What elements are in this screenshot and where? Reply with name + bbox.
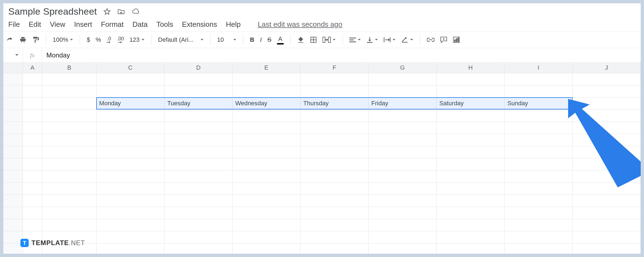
col-header-H[interactable]: H <box>437 62 505 73</box>
cell[interactable] <box>96 195 164 207</box>
col-header-F[interactable]: F <box>300 62 369 73</box>
cell[interactable] <box>96 109 164 122</box>
chart-icon[interactable] <box>450 34 463 45</box>
cell[interactable] <box>368 207 437 219</box>
row-header[interactable] <box>3 73 23 85</box>
cell[interactable] <box>573 158 641 170</box>
cell[interactable] <box>23 195 42 207</box>
col-header-D[interactable]: D <box>164 62 233 73</box>
cell[interactable] <box>504 195 573 207</box>
cell-I3[interactable]: Sunday <box>504 97 573 109</box>
row-header[interactable] <box>3 170 23 182</box>
row-header[interactable] <box>3 109 23 122</box>
cell[interactable] <box>96 182 164 195</box>
row-header[interactable] <box>3 146 23 158</box>
cell[interactable] <box>300 231 369 243</box>
cell[interactable] <box>232 170 300 182</box>
cell[interactable] <box>368 231 437 243</box>
menu-edit[interactable]: Edit <box>29 20 41 29</box>
cell[interactable] <box>232 207 300 219</box>
cell[interactable] <box>23 109 42 122</box>
cell[interactable] <box>96 146 164 158</box>
cell[interactable] <box>42 195 96 207</box>
cell[interactable] <box>23 207 42 219</box>
cell[interactable] <box>164 231 233 243</box>
cell-F3[interactable]: Thursday <box>300 97 369 109</box>
cell[interactable] <box>573 146 641 158</box>
cell[interactable] <box>164 122 233 134</box>
cell[interactable] <box>96 231 164 243</box>
cell[interactable] <box>437 170 505 182</box>
cell-E3[interactable]: Wednesday <box>232 97 300 109</box>
cell[interactable] <box>96 158 164 170</box>
formula-input[interactable]: Monday <box>42 51 70 59</box>
comment-icon[interactable] <box>437 34 450 45</box>
cell[interactable] <box>368 109 437 122</box>
cell[interactable] <box>368 73 437 85</box>
menu-format[interactable]: Format <box>101 20 124 29</box>
row-header[interactable] <box>3 207 23 219</box>
cell[interactable] <box>300 109 369 122</box>
cell[interactable] <box>42 109 96 122</box>
row-header[interactable] <box>3 122 23 134</box>
cell[interactable] <box>164 182 233 195</box>
fill-color-button[interactable] <box>294 34 307 45</box>
cell[interactable] <box>232 109 300 122</box>
cell[interactable] <box>164 134 233 146</box>
cell[interactable] <box>504 146 573 158</box>
cell[interactable] <box>42 158 96 170</box>
menu-extensions[interactable]: Extensions <box>182 20 217 29</box>
cell[interactable] <box>23 158 42 170</box>
menu-file[interactable]: File <box>8 20 20 29</box>
cell[interactable] <box>164 158 233 170</box>
cell[interactable] <box>23 97 42 109</box>
cell[interactable] <box>300 170 369 182</box>
menu-tools[interactable]: Tools <box>156 20 173 29</box>
cell[interactable] <box>232 182 300 195</box>
move-icon[interactable] <box>117 8 125 15</box>
cell[interactable] <box>573 97 641 109</box>
cell[interactable] <box>504 170 573 182</box>
cell[interactable] <box>437 73 505 85</box>
row-header[interactable] <box>3 219 23 231</box>
cell[interactable] <box>573 195 641 207</box>
cell[interactable] <box>42 146 96 158</box>
cell[interactable] <box>368 122 437 134</box>
cell[interactable] <box>504 219 573 231</box>
v-align-button[interactable] <box>364 34 381 45</box>
cell[interactable] <box>164 243 233 254</box>
col-header-J[interactable]: J <box>573 62 641 73</box>
cell[interactable] <box>300 158 369 170</box>
cell[interactable] <box>42 97 96 109</box>
col-header-B[interactable]: B <box>42 62 96 73</box>
cell-C3[interactable]: Monday <box>96 97 164 109</box>
cell[interactable] <box>164 146 233 158</box>
cell[interactable] <box>164 109 233 122</box>
cell[interactable] <box>300 146 369 158</box>
row-header[interactable] <box>3 134 23 146</box>
bold-button[interactable]: B <box>247 34 257 45</box>
cell[interactable] <box>368 243 437 254</box>
cell[interactable] <box>300 73 369 85</box>
cell[interactable] <box>437 195 505 207</box>
cell[interactable] <box>232 146 300 158</box>
italic-button[interactable]: I <box>257 34 265 45</box>
cell[interactable] <box>573 109 641 122</box>
menu-view[interactable]: View <box>50 20 65 29</box>
col-header-A[interactable]: A <box>23 62 42 73</box>
cell[interactable] <box>368 146 437 158</box>
cell[interactable] <box>504 158 573 170</box>
cell[interactable] <box>368 134 437 146</box>
cell-D3[interactable]: Tuesday <box>164 97 233 109</box>
cloud-icon[interactable] <box>132 8 140 15</box>
row-header[interactable] <box>3 195 23 207</box>
cell[interactable] <box>42 219 96 231</box>
menu-insert[interactable]: Insert <box>74 20 92 29</box>
cell[interactable] <box>232 243 300 254</box>
cell[interactable] <box>504 73 573 85</box>
dec-decrease-button[interactable]: .0 <box>104 34 114 45</box>
cell[interactable] <box>368 195 437 207</box>
cell[interactable] <box>504 109 573 122</box>
cell[interactable] <box>437 109 505 122</box>
cell[interactable] <box>232 219 300 231</box>
